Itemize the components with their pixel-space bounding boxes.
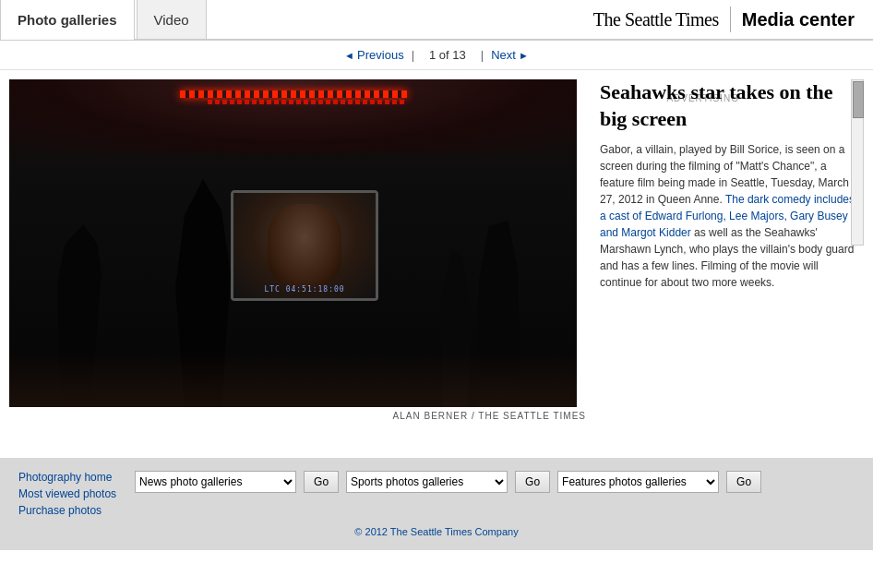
article-body: Gabor, a villain, played by Bill Sorice,… [600, 141, 855, 291]
tab-photo-galleries[interactable]: Photo galleries [0, 0, 135, 40]
footer-dropdowns: News photo galleries Go Sports photos ga… [135, 471, 761, 493]
nav-separator: | [412, 48, 414, 62]
sports-go-button[interactable]: Go [515, 471, 550, 493]
photo-caption: ALAN BERNER / THE SEATTLE TIMES [9, 407, 586, 425]
features-galleries-select[interactable]: Features photos galleries [557, 471, 719, 493]
most-viewed-link[interactable]: Most viewed photos [18, 487, 116, 500]
purchase-photos-link[interactable]: Purchase photos [18, 504, 116, 517]
footer: Photography home Most viewed photos Purc… [0, 458, 873, 550]
main-content: LTC 04:51:18:00 ALAN BERNER / THE SEATTL… [0, 70, 873, 449]
nav-separator2: | [481, 48, 484, 62]
photo-section: LTC 04:51:18:00 ALAN BERNER / THE SEATTL… [9, 79, 586, 439]
tv-face [268, 204, 341, 287]
red-lights-mid [208, 100, 406, 104]
nav-bar: Previous | 1 of 13 | Next ADVERTISING [0, 41, 873, 70]
sports-galleries-select[interactable]: Sports photos galleries [346, 471, 508, 493]
news-galleries-select[interactable]: News photo galleries [135, 471, 296, 493]
news-go-button[interactable]: Go [304, 471, 339, 493]
tab-video[interactable]: Video [137, 0, 207, 40]
site-brand: The Seattle Times Media center [593, 6, 873, 32]
next-button[interactable]: Next [491, 48, 529, 62]
photo-container: LTC 04:51:18:00 [9, 79, 577, 407]
brand-divider [730, 6, 731, 32]
article-section: Seahawks star takes on the big screen Ga… [586, 79, 864, 439]
copyright-link[interactable]: © 2012 The Seattle Times Company [354, 526, 518, 537]
footer-top: Photography home Most viewed photos Purc… [18, 471, 855, 517]
red-lights-top [180, 90, 407, 98]
media-center-label: Media center [742, 9, 855, 30]
scrollbar[interactable] [851, 79, 864, 246]
scroll-thumb[interactable] [853, 81, 864, 118]
site-name: The Seattle Times [593, 9, 719, 30]
footer-links: Photography home Most viewed photos Purc… [18, 471, 116, 517]
page-info: 1 of 13 [429, 48, 466, 62]
header: Photo galleries Video The Seattle Times … [0, 0, 873, 41]
photography-home-link[interactable]: Photography home [18, 471, 116, 484]
tv-monitor: LTC 04:51:18:00 [231, 190, 378, 301]
features-go-button[interactable]: Go [726, 471, 761, 493]
photo-background: LTC 04:51:18:00 [9, 79, 577, 407]
tv-screen [233, 193, 376, 298]
footer-copyright: © 2012 The Seattle Times Company [18, 526, 855, 537]
tv-timecode: LTC 04:51:18:00 [233, 285, 376, 294]
article-title: Seahawks star takes on the big screen [600, 79, 855, 132]
previous-button[interactable]: Previous [344, 48, 404, 62]
ground-glow [9, 352, 577, 407]
